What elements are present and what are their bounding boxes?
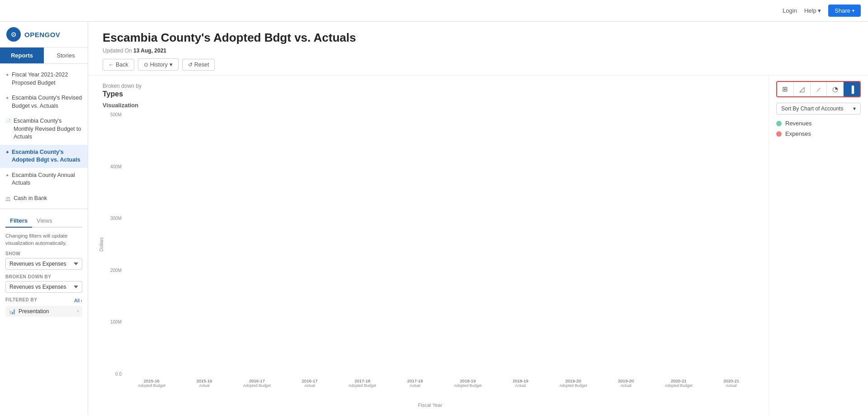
filtered-by-all[interactable]: All ›	[74, 298, 82, 303]
dot-icon: ✦	[5, 149, 9, 156]
chart-container: Dollars 500M 400M 300M 200M 100M 0.0	[103, 112, 758, 401]
sidebar-filters: Filters Views Changing filters will upda…	[0, 211, 88, 320]
back-icon: ←	[108, 62, 114, 68]
updated-info: Updated On 13 Aug, 2021	[103, 48, 854, 54]
x-labels: 2015-16Adopted Budget2015-16Actual2016-1…	[125, 377, 758, 401]
sidebar: ⊙ OPENGOV Reports Stories ✦ Fiscal Year …	[0, 22, 88, 415]
filtered-by-label: FILTERED BY	[5, 297, 37, 302]
presentation-icon: 📊	[9, 308, 16, 315]
sidebar-nav: ✦ Fiscal Year 2021-2022 Proposed Budget …	[0, 64, 88, 415]
filter-note: Changing filters will update visualizati…	[5, 232, 82, 247]
chevron-right-icon: ›	[77, 309, 79, 314]
filter-chip-presentation[interactable]: 📊 Presentation ›	[5, 306, 82, 317]
x-label-group: 2016-17Actual	[283, 377, 336, 401]
x-label-group: 2015-16Adopted Budget	[125, 377, 178, 401]
broken-down-label: BROKEN DOWN BY	[5, 274, 82, 279]
legend-item-expenses: Expenses	[776, 130, 861, 137]
doc-icon: 📄	[5, 118, 11, 124]
sidebar-item-revised[interactable]: ✦ Escambia County's Revised Budget vs. A…	[0, 91, 88, 114]
chart-type-area[interactable]: ◿	[794, 82, 811, 96]
sort-label: Sort By Chart of Accounts	[781, 105, 843, 112]
y-axis: Dollars 500M 400M 300M 200M 100M 0.0	[103, 112, 125, 377]
top-nav: Login Help ▾ Share ▾	[0, 0, 868, 22]
x-label-group: 2018-19Adopted Budget	[441, 377, 494, 401]
chart-area: Broken down by Types Visualization Dolla…	[88, 76, 769, 415]
chart-type-line[interactable]: ⟋	[811, 82, 827, 96]
x-label-group: 2016-17Adopted Budget	[231, 377, 283, 401]
main-layout: ⊙ OPENGOV Reports Stories ✦ Fiscal Year …	[0, 22, 868, 415]
chevron-down-icon: ▾	[818, 7, 821, 14]
history-button[interactable]: ⊙ History ▾	[138, 58, 179, 71]
legend-dot-expense	[776, 131, 782, 137]
broken-down-select[interactable]: Revenues vs Expenses	[5, 281, 82, 293]
sidebar-item-monthly[interactable]: 📄 Escambia County's Monthly Revised Budg…	[0, 114, 88, 145]
reset-button[interactable]: ↺ Reset	[182, 59, 215, 71]
dot-icon: ✦	[5, 95, 9, 101]
toolbar: ← Back ⊙ History ▾ ↺ Reset	[103, 58, 854, 71]
reset-icon: ↺	[188, 62, 193, 68]
chart-wrapper: Dollars 500M 400M 300M 200M 100M 0.0	[103, 112, 758, 408]
dot-icon: ✦	[5, 72, 9, 78]
chevron-down-icon: ▾	[170, 61, 173, 68]
sidebar-item-fy2122[interactable]: ✦ Fiscal Year 2021-2022 Proposed Budget	[0, 67, 88, 91]
chart-type-selector: ⊞ ◿ ⟋ ◔ ▐	[776, 81, 861, 97]
breakdown-value: Types	[103, 90, 758, 98]
sidebar-tab-stories[interactable]: Stories	[44, 48, 88, 63]
x-label-group: 2020-21Adopted Budget	[652, 377, 705, 401]
sidebar-item-cashinbank[interactable]: ⚖ Cash in Bank	[0, 191, 88, 207]
page-title: Escambia County's Adopted Bdgt vs. Actua…	[103, 31, 854, 45]
sidebar-item-annual[interactable]: ✦ Escambia County Annual Actuals	[0, 168, 88, 191]
filter-tab-filters[interactable]: Filters	[5, 215, 32, 228]
x-label-group: 2018-19Actual	[494, 377, 547, 401]
login-link[interactable]: Login	[783, 7, 797, 14]
chevron-down-icon: ▾	[852, 8, 854, 13]
help-link[interactable]: Help ▾	[804, 7, 821, 14]
filter-tab-views[interactable]: Views	[32, 215, 57, 228]
legend-label-revenues: Revenues	[785, 120, 812, 127]
x-label-group: 2017-18Actual	[389, 377, 442, 401]
logo-icon: ⊙	[6, 27, 21, 42]
chevron-right-icon: ›	[80, 298, 82, 303]
logo-text: OPENGOV	[24, 31, 60, 38]
sidebar-tab-reports[interactable]: Reports	[0, 48, 44, 63]
legend-dot-revenue	[776, 121, 782, 126]
chart-type-bar[interactable]: ▐	[844, 82, 860, 96]
share-button[interactable]: Share ▾	[828, 5, 861, 17]
x-label-group: 2015-16Actual	[178, 377, 231, 401]
sort-dropdown[interactable]: Sort By Chart of Accounts ▾	[776, 103, 861, 114]
divider	[0, 209, 88, 209]
content-header: Escambia County's Adopted Bdgt vs. Actua…	[88, 22, 868, 76]
legend: Revenues Expenses	[776, 120, 861, 137]
content-area: Escambia County's Adopted Bdgt vs. Actua…	[88, 22, 868, 415]
chevron-down-icon: ▾	[853, 105, 856, 112]
sidebar-tabs: Reports Stories	[0, 48, 88, 64]
show-select[interactable]: Revenues vs Expenses	[5, 258, 82, 270]
dot-icon: ✦	[5, 172, 9, 179]
legend-item-revenues: Revenues	[776, 120, 861, 127]
back-button[interactable]: ← Back	[103, 59, 134, 71]
x-axis-title: Fiscal Year	[103, 402, 758, 408]
show-label: SHOW	[5, 251, 82, 256]
legend-label-expenses: Expenses	[785, 130, 811, 137]
filter-tabs: Filters Views	[5, 215, 82, 228]
logo: ⊙ OPENGOV	[0, 22, 88, 48]
x-label-group: 2017-18Adopted Budget	[336, 377, 389, 401]
content-body: Broken down by Types Visualization Dolla…	[88, 76, 868, 415]
x-label-group: 2019-20Adopted Budget	[547, 377, 600, 401]
right-panel: ⊞ ◿ ⟋ ◔ ▐ Sort By Chart of Accounts ▾ Re…	[769, 76, 868, 415]
viz-label: Visualization	[103, 102, 758, 109]
filtered-by-row: FILTERED BY All ›	[5, 297, 82, 304]
x-label-group: 2019-20Actual	[599, 377, 652, 401]
sidebar-item-adopted[interactable]: ✦ Escambia County's Adopted Bdgt vs. Act…	[0, 145, 88, 168]
scale-icon: ⚖	[5, 195, 11, 203]
history-icon: ⊙	[144, 62, 148, 68]
chart-type-pie[interactable]: ◔	[827, 82, 844, 96]
x-label-group: 2020-21Actual	[705, 377, 758, 401]
y-axis-title: Dollars	[99, 237, 104, 251]
chart-type-table[interactable]: ⊞	[777, 82, 794, 96]
breakdown-label: Broken down by	[103, 83, 758, 89]
